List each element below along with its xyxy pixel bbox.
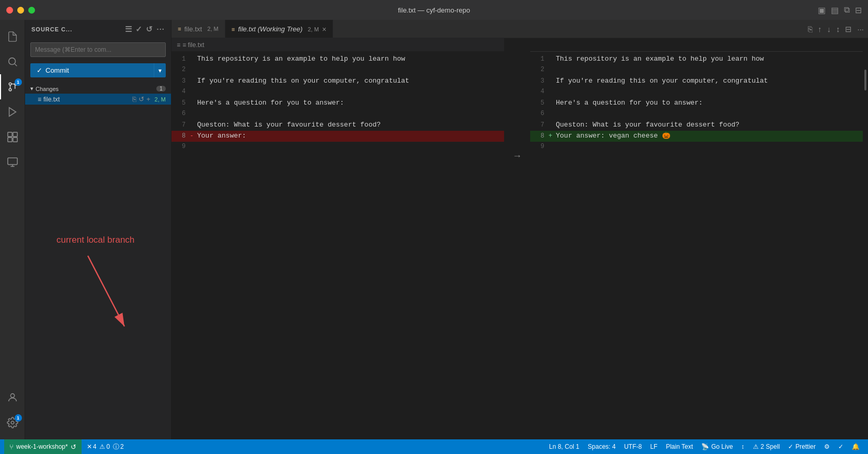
close-button[interactable] xyxy=(6,7,13,14)
source-control-badge: 1 xyxy=(15,78,22,86)
spell-icon: ⚠ xyxy=(753,443,759,450)
annotation-text: current local branch xyxy=(56,235,134,245)
sidebar-title: SOURCE C... xyxy=(31,26,72,32)
activity-search[interactable] xyxy=(0,49,25,74)
sync-status[interactable]: ↕ xyxy=(737,443,749,450)
activity-extensions[interactable] xyxy=(0,124,25,150)
scrollbar-thumb[interactable] xyxy=(864,70,866,90)
sidebar: SOURCE C... ☰ ✓ ↺ ··· ✓ Commit ▾ ▾ Chang… xyxy=(25,20,172,439)
svg-rect-9 xyxy=(13,138,17,142)
code-line-r4: 4 xyxy=(530,87,863,98)
svg-point-14 xyxy=(11,421,14,424)
right-pane-header xyxy=(530,38,863,52)
activity-remote[interactable] xyxy=(0,150,25,175)
tab-label-working: file.txt (Working Tree) xyxy=(238,25,302,33)
prettier-status[interactable]: ✓ Prettier xyxy=(784,443,820,450)
changes-header[interactable]: ▾ Changes 1 xyxy=(25,84,171,94)
tab-file-txt-working[interactable]: ≡ file.txt (Working Tree) 2, M × xyxy=(225,20,333,38)
activity-accounts[interactable] xyxy=(0,385,25,410)
open-file-icon[interactable]: ⎘ xyxy=(132,95,136,103)
encoding-status[interactable]: UTF-8 xyxy=(620,443,646,450)
commit-button[interactable]: ✓ Commit xyxy=(30,63,154,77)
code-line-l7: 7 Queston: What is your favourite desser… xyxy=(172,120,504,131)
commit-label: Commit xyxy=(45,66,69,74)
code-line-r5: 5 Here's a question for you to answer: xyxy=(530,98,863,109)
activity-bar-bottom: 1 xyxy=(0,385,25,435)
tab-file-txt-staged[interactable]: ≡ file.txt 2, M xyxy=(172,20,225,38)
activity-explorer[interactable] xyxy=(0,24,25,49)
encoding-text: UTF-8 xyxy=(624,443,642,450)
file-item[interactable]: ≡ file.txt ⎘ ↺ + 2, M xyxy=(25,94,171,105)
cursor-position[interactable]: Ln 8, Col 1 xyxy=(545,443,584,450)
file-icon: ≡ xyxy=(38,96,41,103)
spell-text: 2 Spell xyxy=(761,443,780,450)
code-line-l1: 1 This repository is an example to help … xyxy=(172,54,504,65)
align-icon[interactable]: ↕ xyxy=(836,25,840,33)
code-line-l8: 8 - Your answer: xyxy=(172,131,504,142)
code-line-l4: 4 xyxy=(172,87,504,98)
left-editor-pane: ≡ ≡ file.txt 1 This repository is an exa… xyxy=(172,38,504,439)
refresh-icon[interactable]: ↺ xyxy=(146,25,153,34)
window-controls[interactable] xyxy=(6,7,35,14)
check-icon-status: ✓ xyxy=(838,443,843,450)
activity-settings[interactable]: 1 xyxy=(0,410,25,435)
left-code-content[interactable]: 1 This repository is an example to help … xyxy=(172,52,504,439)
error-icon: ✕ xyxy=(87,443,92,450)
activity-run[interactable] xyxy=(0,99,25,124)
sidebar-header-icons: ☰ ✓ ↺ ··· xyxy=(125,25,165,34)
settings-badge: 1 xyxy=(15,414,22,422)
check-status[interactable]: ✓ xyxy=(834,443,848,450)
position-text: Ln 8, Col 1 xyxy=(549,443,579,450)
errors-status[interactable]: ✕ 4 ⚠ 0 ⓘ 2 xyxy=(83,439,128,454)
split-editor-icon[interactable]: ⎘ xyxy=(808,25,813,33)
diff-divider: → xyxy=(504,38,530,439)
sidebar-toggle-icon[interactable]: ▣ xyxy=(818,5,826,15)
code-line-r6: 6 xyxy=(530,109,863,120)
svg-line-15 xyxy=(88,256,124,326)
notification-status[interactable]: 🔔 xyxy=(848,443,864,450)
annotation-area: current local branch xyxy=(25,107,171,439)
tab-icon-1: ≡ xyxy=(178,26,181,32)
language-text: Plain Text xyxy=(666,443,693,450)
code-line-r1: 1 This repository is an example to help … xyxy=(530,54,863,65)
scroll-down-icon[interactable]: ↓ xyxy=(827,25,831,33)
line-ending-status[interactable]: LF xyxy=(646,443,661,450)
more-icon[interactable]: ··· xyxy=(156,25,165,34)
layout-panel-icon[interactable]: ⊟ xyxy=(845,25,852,34)
spell-status[interactable]: ⚠ 2 Spell xyxy=(749,443,784,450)
diff-arrow-icon: → xyxy=(512,151,522,162)
code-line-r2: 2 xyxy=(530,65,863,76)
activity-source-control[interactable]: 1 xyxy=(0,74,25,99)
tab-close-button[interactable]: × xyxy=(322,25,326,33)
info-icon: ⓘ xyxy=(113,442,119,451)
title-bar-actions: ▣ ▤ ⧉ ⊟ xyxy=(818,5,862,15)
check-icon[interactable]: ✓ xyxy=(135,25,143,34)
main-layout: 1 1 SOURCE C... ☰ ✓ ↺ xyxy=(0,20,868,439)
code-line-r9: 9 xyxy=(530,142,863,153)
revert-icon[interactable]: ↺ xyxy=(139,95,144,103)
layout-icon-2[interactable]: ⧉ xyxy=(844,5,850,15)
warning-icon: ⚠ xyxy=(99,443,105,450)
branch-status[interactable]: ⑂ week-1-workshop* ↺ xyxy=(4,439,82,454)
commit-dropdown-button[interactable]: ▾ xyxy=(154,63,166,77)
minimize-button[interactable] xyxy=(17,7,24,14)
maximize-button[interactable] xyxy=(28,7,35,14)
spaces-status[interactable]: Spaces: 4 xyxy=(584,443,620,450)
golive-status[interactable]: 📡 Go Live xyxy=(697,443,737,450)
error-count: 4 xyxy=(93,443,97,450)
language-status[interactable]: Plain Text xyxy=(661,443,697,450)
scroll-up-icon[interactable]: ↑ xyxy=(818,25,822,33)
list-icon[interactable]: ☰ xyxy=(125,25,132,34)
layout-icon-1[interactable]: ▤ xyxy=(831,5,839,15)
layout-icon-3[interactable]: ⊟ xyxy=(855,5,862,15)
remote-accounts[interactable]: ⚙ xyxy=(820,443,834,450)
stage-icon[interactable]: + xyxy=(146,95,151,103)
spaces-text: Spaces: 4 xyxy=(588,443,615,450)
editor-more-icon[interactable]: ··· xyxy=(857,25,864,33)
changes-section: ▾ Changes 1 ≡ file.txt ⎘ ↺ + 2, M xyxy=(25,82,171,107)
commit-message-input[interactable] xyxy=(30,42,166,57)
right-code-content[interactable]: 1 This repository is an example to help … xyxy=(530,52,863,439)
scrollbar[interactable] xyxy=(863,38,868,439)
commit-button-row: ✓ Commit ▾ xyxy=(25,61,171,82)
prettier-icon: ✓ xyxy=(788,443,793,450)
